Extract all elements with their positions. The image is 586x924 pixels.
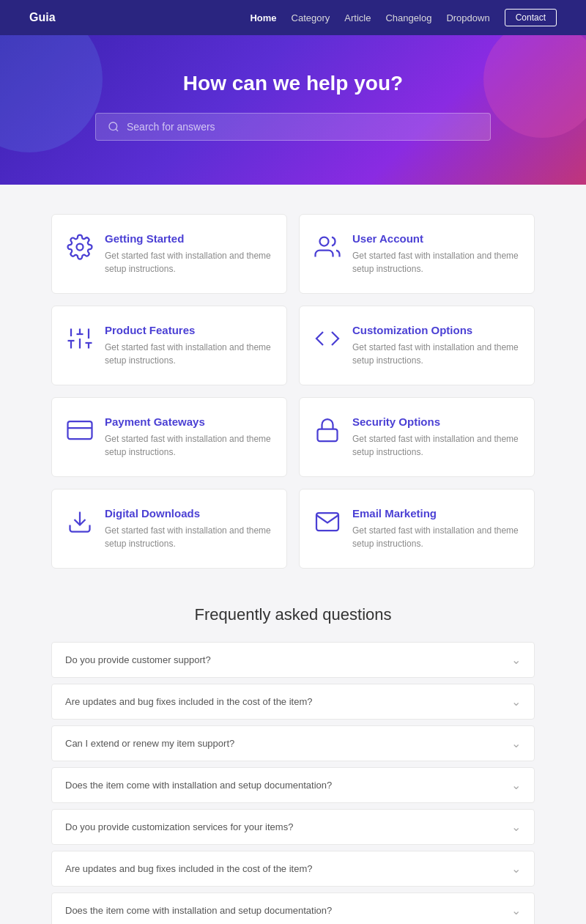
card-content: Digital Downloads Get started fast with … (105, 507, 272, 550)
nav-home[interactable]: Home (250, 12, 276, 23)
contact-button[interactable]: Contact (505, 9, 557, 26)
svg-point-0 (109, 122, 117, 130)
faq-item-6[interactable]: Are updates and bug fixes included in th… (51, 851, 535, 887)
chevron-down-icon: ⌄ (511, 903, 521, 917)
card-content: Getting Started Get started fast with in… (105, 232, 272, 276)
card-desc: Get started fast with installation and t… (352, 341, 519, 367)
nav-changelog[interactable]: Changelog (385, 12, 431, 23)
faq-item-5[interactable]: Do you provide customization services fo… (51, 809, 535, 845)
svg-rect-13 (68, 421, 92, 439)
search-icon (108, 121, 119, 133)
card-title: Getting Started (105, 232, 272, 245)
faq-question: Do you provide customer support? (65, 654, 211, 665)
card-product-features[interactable]: Product Features Get started fast with i… (51, 306, 287, 385)
card-desc: Get started fast with installation and t… (105, 524, 272, 550)
faq-question: Does the item come with installation and… (65, 780, 332, 791)
chevron-down-icon: ⌄ (511, 862, 521, 876)
svg-line-1 (116, 129, 118, 131)
chevron-down-icon: ⌄ (511, 736, 521, 750)
card-desc: Get started fast with installation and t… (105, 249, 272, 276)
card-desc: Get started fast with installation and t… (105, 432, 272, 459)
nav-category[interactable]: Category (292, 12, 330, 23)
faq-question: Are updates and bug fixes included in th… (65, 863, 313, 874)
nav-article[interactable]: Article (344, 12, 371, 23)
card-getting-started[interactable]: Getting Started Get started fast with in… (51, 214, 287, 294)
card-content: Email Marketing Get started fast with in… (352, 507, 519, 550)
svg-point-3 (320, 237, 329, 246)
sliders-icon (67, 325, 93, 352)
card-email-marketing[interactable]: Email Marketing Get started fast with in… (299, 489, 535, 569)
cards-grid: Getting Started Get started fast with in… (51, 214, 535, 569)
card-desc: Get started fast with installation and t… (352, 432, 519, 459)
chevron-down-icon: ⌄ (511, 653, 521, 667)
card-desc: Get started fast with installation and t… (352, 524, 519, 550)
search-bar (95, 113, 491, 141)
faq-item-2[interactable]: Are updates and bug fixes included in th… (51, 684, 535, 720)
card-customization-options[interactable]: Customization Options Get started fast w… (299, 306, 535, 385)
faq-item-1[interactable]: Do you provide customer support? ⌄ (51, 642, 535, 678)
users-icon (314, 234, 341, 260)
card-content: Payment Gateways Get started fast with i… (105, 415, 272, 459)
svg-point-2 (77, 244, 84, 251)
card-title: Payment Gateways (105, 415, 272, 428)
card-icon (67, 417, 93, 443)
card-security-options[interactable]: Security Options Get started fast with i… (299, 397, 535, 477)
card-title: Customization Options (352, 324, 519, 336)
logo: Guia (29, 11, 56, 24)
faq-question: Do you provide customization services fo… (65, 821, 293, 832)
content-area: Getting Started Get started fast with in… (0, 185, 586, 924)
card-title: User Account (352, 232, 519, 245)
navbar: Guia Home Category Article Changelog Dro… (0, 0, 586, 35)
hero-title: How can we help you? (15, 72, 571, 95)
card-desc: Get started fast with installation and t… (105, 341, 272, 367)
gear-icon (67, 234, 93, 260)
download-icon (67, 509, 93, 535)
card-payment-gateways[interactable]: Payment Gateways Get started fast with i… (51, 397, 287, 477)
faq-item-4[interactable]: Does the item come with installation and… (51, 767, 535, 803)
code-icon (314, 325, 341, 352)
card-content: Customization Options Get started fast w… (352, 324, 519, 367)
card-title: Product Features (105, 324, 272, 336)
card-title: Digital Downloads (105, 507, 272, 520)
faq-title: Frequently asked questions (51, 605, 535, 624)
card-content: User Account Get started fast with insta… (352, 232, 519, 276)
card-digital-downloads[interactable]: Digital Downloads Get started fast with … (51, 489, 287, 569)
lock-icon (314, 417, 341, 443)
nav-dropdown[interactable]: Dropdown (446, 12, 489, 23)
card-user-account[interactable]: User Account Get started fast with insta… (299, 214, 535, 294)
svg-rect-15 (318, 429, 338, 442)
faq-item-3[interactable]: Can I extend or renew my item support? ⌄ (51, 725, 535, 761)
search-input[interactable] (127, 121, 478, 133)
nav-links: Home Category Article Changelog Dropdown… (250, 9, 557, 26)
email-icon (314, 509, 341, 535)
faq-item-7[interactable]: Does the item come with installation and… (51, 892, 535, 924)
faq-question: Can I extend or renew my item support? (65, 738, 234, 749)
faq-section: Frequently asked questions Do you provid… (51, 605, 535, 924)
chevron-down-icon: ⌄ (511, 778, 521, 792)
chevron-down-icon: ⌄ (511, 695, 521, 709)
card-desc: Get started fast with installation and t… (352, 249, 519, 276)
hero-section: How can we help you? (0, 35, 586, 185)
card-content: Security Options Get started fast with i… (352, 415, 519, 459)
card-content: Product Features Get started fast with i… (105, 324, 272, 367)
card-title: Security Options (352, 415, 519, 428)
faq-question: Does the item come with installation and… (65, 905, 332, 916)
chevron-down-icon: ⌄ (511, 820, 521, 834)
faq-question: Are updates and bug fixes included in th… (65, 696, 313, 707)
card-title: Email Marketing (352, 507, 519, 520)
